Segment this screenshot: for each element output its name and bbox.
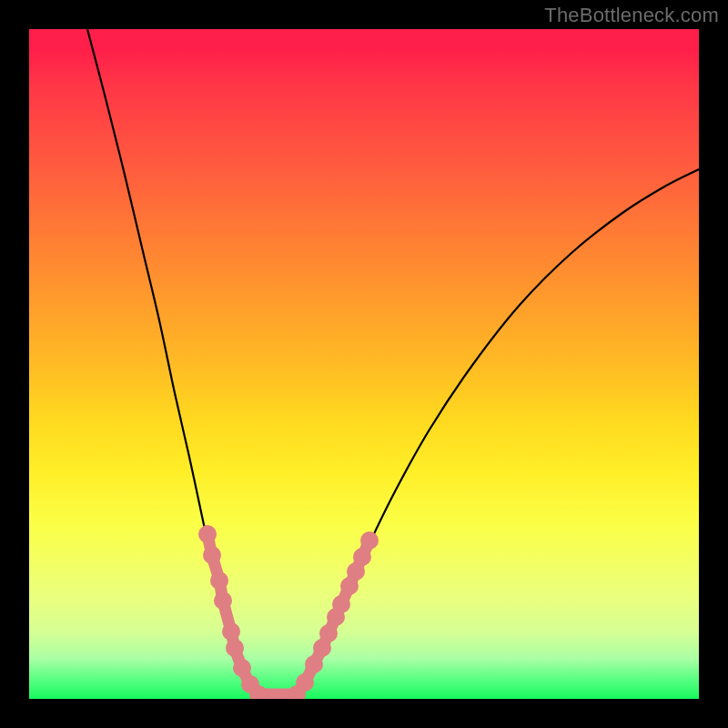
bead-point xyxy=(353,548,371,566)
left-beads xyxy=(198,525,268,699)
bead-point xyxy=(198,525,217,543)
bead-point xyxy=(214,592,232,610)
bead-point xyxy=(210,571,228,590)
chart-svg xyxy=(29,29,699,699)
right-curve xyxy=(291,169,699,695)
bead-point xyxy=(233,659,251,677)
plot-area xyxy=(29,29,699,699)
bead-point xyxy=(332,595,350,613)
bead-point xyxy=(305,655,323,673)
bead-point xyxy=(203,546,221,564)
bead-point xyxy=(222,622,240,641)
left-curve xyxy=(87,29,264,695)
chart-frame: TheBottleneck.com xyxy=(0,0,728,728)
bead-point xyxy=(360,531,379,550)
right-beads xyxy=(288,531,379,699)
bead-point xyxy=(296,673,314,692)
watermark-text: TheBottleneck.com xyxy=(544,4,719,27)
bead-point xyxy=(226,639,244,657)
bead-point xyxy=(319,624,338,642)
